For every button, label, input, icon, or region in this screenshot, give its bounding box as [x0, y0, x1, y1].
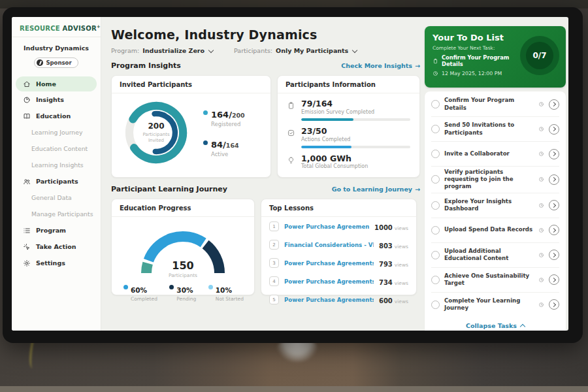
lesson-row[interactable]: 1 Power Purchase Agreements 101 1000view… — [261, 217, 416, 235]
sidebar: RESOURCE ADVISOR+ Industry Dynamics Spon… — [12, 17, 101, 331]
lesson-link[interactable]: Power Purchase Agreements 103 — [284, 297, 374, 303]
page-title: Welcome, Industry Dynamics — [111, 27, 420, 42]
nav-icon — [23, 112, 31, 120]
stat-row: 23/50 Actions Completed — [287, 127, 410, 148]
progress-fill — [301, 146, 351, 148]
chevron-up-icon — [520, 323, 525, 329]
desk-edge — [0, 386, 588, 392]
chevron-down-icon — [208, 47, 214, 52]
task-checkbox[interactable] — [431, 175, 440, 184]
todo-panel: Your To Do List Complete Your Next Task:… — [425, 17, 566, 331]
task-chevron-button[interactable] — [549, 250, 559, 260]
task-chevron-button[interactable] — [549, 225, 559, 235]
task-chevron-button[interactable] — [549, 299, 559, 310]
education-gauge-chart: 150 Participants — [134, 222, 232, 278]
org-name: Industry Dynamics — [12, 44, 101, 52]
sidebar-item-label: Insights — [36, 96, 64, 103]
stat-row: 79/164 Emission Survey Completed — [287, 99, 410, 121]
progress-bar — [301, 118, 410, 121]
task-checkbox[interactable] — [431, 100, 440, 108]
nav-icon — [23, 96, 31, 104]
rank-badge: 2 — [269, 240, 279, 250]
sidebar-item[interactable]: General Data — [12, 189, 101, 206]
sidebar-item[interactable]: Take Action — [12, 238, 101, 255]
task-checkbox[interactable] — [431, 301, 440, 309]
todo-progress-ring: 0/7 — [520, 36, 559, 75]
rank-badge: 5 — [269, 295, 279, 304]
lesson-link[interactable]: Power Purchase Agreements 101 — [284, 260, 374, 267]
gauge-legend: 60% Completed 30% Pending 10% Not Starte… — [112, 278, 254, 302]
sidebar-item-label: Learning Insights — [31, 161, 84, 169]
task-row[interactable]: Explore Your Insights Dashboard — [431, 193, 559, 218]
sidebar-item[interactable]: Home — [16, 76, 97, 91]
task-checkbox[interactable] — [431, 226, 440, 235]
go-to-learning-journey-link[interactable]: Go to Learning Journey→ — [332, 186, 420, 193]
lesson-link[interactable]: Power Purchase Agreements 102 — [284, 278, 374, 285]
task-chevron-button[interactable] — [549, 174, 559, 185]
clock-icon — [538, 203, 544, 208]
task-chevron-button[interactable] — [549, 99, 559, 110]
sidebar-item[interactable]: Education — [12, 108, 101, 124]
lesson-row[interactable]: 5 Power Purchase Agreements 103 600views — [261, 290, 416, 308]
nav-icon — [23, 227, 31, 235]
arrow-right-icon: → — [415, 186, 420, 193]
task-chevron-button[interactable] — [549, 274, 559, 285]
task-chevron-button[interactable] — [549, 149, 559, 159]
task-row[interactable]: Confirm Your Program Details — [431, 92, 559, 117]
task-list-card: Confirm Your Program Details Send 50 Inv… — [425, 91, 566, 331]
task-row[interactable]: Upload Additional Educational Content — [431, 243, 559, 268]
rank-badge: 1 — [269, 221, 279, 231]
clock-icon — [538, 252, 544, 258]
lesson-row[interactable]: 4 Power Purchase Agreements 102 734views — [261, 272, 416, 290]
sidebar-item[interactable]: Education Content — [12, 140, 101, 157]
task-row[interactable]: Upload Spend Data Records — [431, 218, 559, 243]
clipboard-icon — [433, 58, 438, 64]
sponsor-badge: Sponsor — [34, 57, 78, 68]
task-chevron-button[interactable] — [549, 124, 559, 135]
rank-badge: 4 — [269, 276, 279, 286]
participants-dropdown[interactable]: Participants: Only My Participants — [234, 47, 357, 54]
check-more-insights-link[interactable]: Check More Insights→ — [341, 62, 420, 69]
task-row[interactable]: Send 50 Invitations to Participants — [431, 117, 559, 142]
task-row[interactable]: Verify participants requesting to join t… — [431, 167, 559, 193]
collapse-tasks-link[interactable]: Collapse Tasks — [431, 317, 559, 331]
legend-entry: 164/200 Registered — [203, 108, 245, 127]
sidebar-item[interactable]: Learning Insights — [12, 157, 101, 173]
sidebar-item[interactable]: Program — [12, 222, 101, 238]
sidebar-item[interactable]: Learning Journey — [12, 124, 101, 140]
main-content: Welcome, Industry Dynamics Program: Indu… — [101, 17, 425, 331]
nav-icon — [23, 80, 31, 88]
arrow-right-icon: → — [415, 62, 420, 69]
task-row[interactable]: Achieve One Sustainability Target — [431, 268, 559, 293]
task-checkbox[interactable] — [431, 251, 440, 259]
app-logo: RESOURCE ADVISOR+ — [12, 17, 101, 37]
lesson-row[interactable]: 3 Power Purchase Agreements 101 793views — [261, 253, 416, 272]
program-dropdown[interactable]: Program: Industrialize Zero — [111, 47, 213, 54]
task-chevron-button[interactable] — [549, 200, 559, 210]
sidebar-item[interactable]: Settings — [12, 255, 101, 271]
lesson-link[interactable]: Power Purchase Agreements 101 — [284, 223, 369, 230]
nav-icon — [23, 178, 31, 186]
clock-icon — [538, 302, 544, 308]
task-checkbox[interactable] — [431, 276, 440, 284]
sidebar-item-label: Education — [36, 112, 71, 120]
legend-dot — [203, 110, 208, 115]
progress-bar — [301, 146, 410, 148]
stat-icon — [287, 101, 295, 110]
education-progress-card: Education Progress 150 Participants 60% — [111, 199, 255, 295]
rank-badge: 3 — [269, 258, 279, 268]
dashboard-screen: RESOURCE ADVISOR+ Industry Dynamics Spon… — [12, 17, 568, 331]
lesson-row[interactable]: 2 Financial Considerations - VPPAs 803vi… — [261, 235, 416, 253]
sidebar-item[interactable]: Insights — [12, 91, 101, 108]
nav-icon — [23, 259, 31, 267]
task-row[interactable]: Complete Your Learning Journey — [431, 293, 559, 317]
legend-dot — [203, 140, 208, 145]
task-checkbox[interactable] — [431, 201, 440, 210]
sidebar-item-label: Learning Journey — [31, 129, 82, 136]
task-row[interactable]: Invite a Collaborator — [431, 142, 559, 167]
sidebar-item[interactable]: Manage Participants — [12, 206, 101, 222]
task-checkbox[interactable] — [431, 125, 440, 133]
sidebar-item[interactable]: Participants — [12, 173, 101, 189]
task-checkbox[interactable] — [431, 150, 440, 158]
lesson-link[interactable]: Financial Considerations - VPPAs — [284, 242, 374, 248]
